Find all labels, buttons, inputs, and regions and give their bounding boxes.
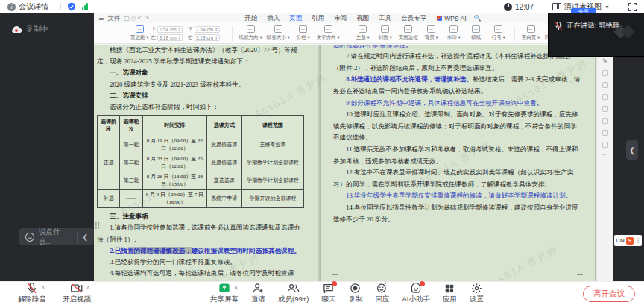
reactions-button[interactable]: 回应 bbox=[375, 283, 389, 304]
tab-review[interactable]: 审阅 bbox=[334, 14, 347, 23]
reactions-label: 回应 bbox=[375, 295, 389, 304]
apps-label: 应用 bbox=[443, 295, 457, 304]
background-icon bbox=[427, 25, 435, 33]
members-label: 成员(99+) bbox=[278, 295, 309, 304]
paragraph-drag-handle-icon[interactable] bbox=[95, 221, 100, 229]
side-tool-icon[interactable] bbox=[602, 94, 608, 100]
wps-file-menu[interactable]: 文件 bbox=[107, 14, 120, 23]
document-canvas[interactable]: 根据《西北工业大学本科生选课办法》（教字〔2020〕77 号）等规定，现将 20… bbox=[94, 45, 596, 281]
columns-icon bbox=[299, 25, 307, 33]
chat-button[interactable]: 聊天 bbox=[321, 283, 335, 304]
paper-grid-icon bbox=[472, 25, 480, 33]
menu-icon[interactable]: ☰ bbox=[98, 15, 104, 22]
side-tool-icon[interactable] bbox=[602, 82, 608, 88]
muted-mic-icon bbox=[27, 283, 37, 294]
ribbon-page-margins[interactable]: 页边距 ▾ bbox=[128, 25, 151, 41]
recording-indicator[interactable]: 录制中 bbox=[10, 24, 48, 34]
chevron-up-icon[interactable]: ∧ bbox=[86, 284, 90, 290]
watermark-icon bbox=[449, 25, 458, 33]
unmute-label: 解除静音 bbox=[18, 295, 46, 304]
wps-writer-window: ☰ 文件 ▢ ⎙ ↶ ↷ 开始 插入 页面 引用 审阅 视图 工具 会员专享 W… bbox=[94, 13, 613, 281]
panel-collapse-button[interactable]: ❮ bbox=[626, 140, 638, 160]
tab-reference[interactable]: 引用 bbox=[312, 14, 324, 23]
settings-label: 设置 bbox=[470, 295, 484, 304]
line-number-icon bbox=[494, 25, 502, 33]
doc-paragraph: 1.请各位同学按时参加选课，选课前务必认真阅读选课通知及选课办法（附件 1）。 bbox=[97, 222, 304, 245]
emoji-icon[interactable] bbox=[25, 233, 34, 242]
invite-button[interactable]: 邀请 bbox=[251, 283, 265, 304]
ribbon-columns[interactable]: 分栏 ▾ bbox=[292, 25, 315, 41]
theme-icon bbox=[359, 25, 367, 33]
security-shield[interactable] bbox=[67, 2, 76, 11]
wps-ribbon: 页边距 ▾ 上 2.54cm▲▼ 下 2.54cm▲▼ 左 3.18cm▲▼ bbox=[94, 23, 613, 44]
ribbon-page-border[interactable]: 页面边框 bbox=[397, 25, 420, 41]
wps-ai-label: WPS AI bbox=[444, 15, 466, 22]
ribbon-paper-grid[interactable]: 稿纸 bbox=[465, 25, 487, 41]
cover-icon bbox=[381, 25, 389, 33]
tab-page[interactable]: 页面 bbox=[289, 14, 302, 23]
document-page-2[interactable]: 读；如重修、转专业、辅修等原因需要跟班修读的同学，需先选择正常修读课程，在补选阶… bbox=[321, 45, 595, 281]
invite-icon bbox=[253, 283, 264, 294]
search-icon[interactable]: 🔍 bbox=[474, 15, 482, 22]
pen-tool-icon[interactable]: ✎ bbox=[602, 58, 608, 64]
ribbon-text-direction[interactable]: 文字方向 ▾ bbox=[315, 25, 342, 41]
ribbon-blank-page[interactable]: 空白页 ▾ bbox=[520, 25, 543, 41]
chevron-up-icon[interactable]: ∧ bbox=[234, 284, 238, 290]
ribbon-cover[interactable]: 封面 ▾ bbox=[374, 25, 397, 41]
margin-top-field[interactable]: 上 2.54cm▲▼ bbox=[151, 26, 183, 33]
quick-chat-input[interactable]: 说点什么... ❮ bbox=[19, 228, 94, 245]
ai-assistant-button[interactable]: AI小助手 bbox=[402, 283, 429, 304]
wps-quick-actions[interactable]: ▢ ⎙ ↶ ↷ bbox=[124, 15, 149, 22]
leave-meeting-button[interactable]: 离开会议 bbox=[583, 286, 635, 302]
network-signal[interactable] bbox=[82, 3, 88, 10]
tab-home[interactable]: 开始 bbox=[244, 14, 257, 23]
side-tool-icon[interactable] bbox=[602, 106, 608, 112]
unmute-button[interactable]: ∧ 解除静音 bbox=[18, 283, 46, 304]
tab-insert[interactable]: 插入 bbox=[267, 14, 280, 23]
chevron-up-icon[interactable]: ∧ bbox=[41, 284, 45, 290]
margin-left-field[interactable]: 左 3.18cm▲▼ bbox=[151, 34, 183, 41]
share-screen-button[interactable]: ∧ 共享屏幕 bbox=[210, 283, 239, 304]
tab-tools[interactable]: 工具 bbox=[379, 14, 391, 23]
ime-indicator[interactable]: CN S ⋮ bbox=[614, 235, 642, 246]
clock-icon bbox=[504, 3, 512, 11]
margin-right-field[interactable]: 右 3.18cm▲▼ bbox=[188, 34, 220, 41]
more-icon: ⋮ bbox=[635, 237, 640, 244]
active-speaker-video[interactable]: 正在讲话: 郭艳静 bbox=[548, 13, 644, 57]
meeting-details[interactable]: i 会议详情 bbox=[7, 1, 48, 12]
page-margins-icon bbox=[136, 25, 144, 33]
wps-menu-bar: ☰ 文件 ▢ ⎙ ↶ ↷ 开始 插入 页面 引用 审阅 视图 工具 会员专享 W… bbox=[94, 13, 613, 23]
divider bbox=[60, 3, 61, 10]
chevron-left-icon[interactable]: ❮ bbox=[82, 233, 88, 241]
record-button[interactable]: 录制 bbox=[348, 283, 362, 304]
chat-label: 聊天 bbox=[321, 295, 335, 304]
share-screen-icon bbox=[218, 283, 230, 294]
apps-button[interactable]: 应用 bbox=[443, 283, 457, 304]
settings-button[interactable]: 设置 bbox=[470, 283, 484, 304]
ribbon-paper-orientation[interactable]: 纸张方向 ▾ bbox=[237, 25, 265, 41]
ribbon-theme[interactable]: 主题 ▾ bbox=[352, 25, 374, 41]
margin-bottom-field[interactable]: 下 2.54cm▲▼ bbox=[188, 26, 220, 33]
ribbon-paper-size[interactable]: 纸张大小 ▾ bbox=[265, 25, 292, 41]
ime-lang-label: CN bbox=[616, 237, 625, 244]
side-tool-icon[interactable] bbox=[602, 130, 608, 136]
sogou-ime-icon: S bbox=[626, 237, 634, 245]
ribbon-line-number[interactable]: 行号 ▾ bbox=[487, 25, 510, 41]
document-page-1[interactable]: 根据《西北工业大学本科生选课办法》（教字〔2020〕77 号）等规定，现将 20… bbox=[94, 45, 318, 281]
side-tool-icon[interactable] bbox=[602, 142, 608, 148]
side-tool-icon[interactable] bbox=[602, 118, 608, 124]
members-button[interactable]: 成员(99+) bbox=[278, 283, 309, 304]
start-video-button[interactable]: ∧ 开启视频 bbox=[63, 283, 91, 304]
tab-member[interactable]: 会员专享 bbox=[401, 14, 426, 23]
more-tools-icon[interactable]: ⋯ bbox=[602, 154, 608, 157]
doc-paragraph: 11.选课后无故不参加课程学习和考核者，取消考试资格。未选的课程，不得上课和参加… bbox=[333, 144, 583, 167]
ribbon-background[interactable]: 背景 ▾ bbox=[420, 25, 443, 41]
side-tool-icon[interactable] bbox=[602, 70, 608, 76]
wps-ai-button[interactable]: WPS AI bbox=[437, 15, 466, 22]
tab-view[interactable]: 视图 bbox=[356, 14, 369, 23]
recording-label: 录制中 bbox=[26, 24, 48, 34]
ribbon-watermark[interactable]: 水印 ▾ bbox=[443, 25, 465, 41]
members-icon bbox=[287, 283, 300, 294]
fullscreen-button[interactable] bbox=[628, 3, 637, 11]
gear-icon bbox=[471, 283, 482, 294]
